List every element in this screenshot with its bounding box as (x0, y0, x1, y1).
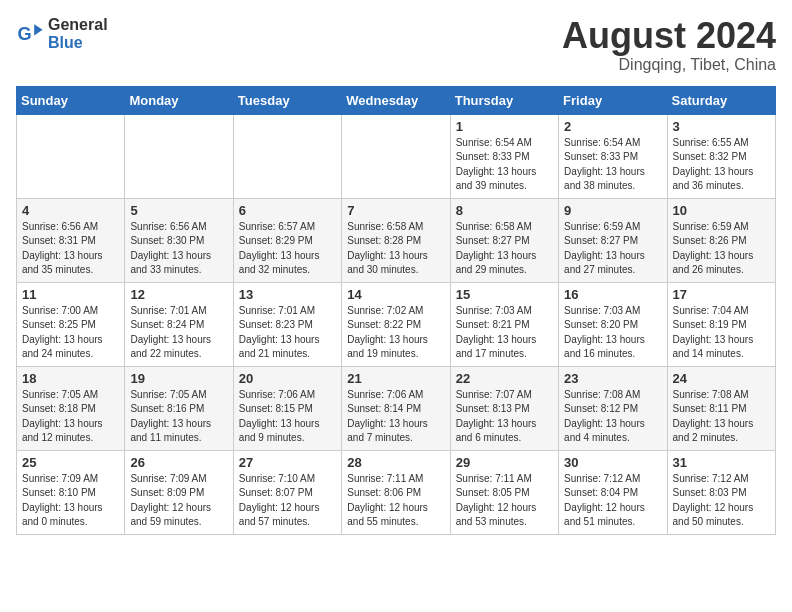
calendar-cell: 24Sunrise: 7:08 AM Sunset: 8:11 PM Dayli… (667, 366, 775, 450)
day-info: Sunrise: 7:06 AM Sunset: 8:15 PM Dayligh… (239, 388, 336, 446)
day-number: 3 (673, 119, 770, 134)
calendar-cell: 27Sunrise: 7:10 AM Sunset: 8:07 PM Dayli… (233, 450, 341, 534)
day-number: 15 (456, 287, 553, 302)
day-info: Sunrise: 7:05 AM Sunset: 8:18 PM Dayligh… (22, 388, 119, 446)
day-number: 18 (22, 371, 119, 386)
day-number: 10 (673, 203, 770, 218)
day-info: Sunrise: 6:56 AM Sunset: 8:31 PM Dayligh… (22, 220, 119, 278)
day-number: 7 (347, 203, 444, 218)
calendar-cell: 18Sunrise: 7:05 AM Sunset: 8:18 PM Dayli… (17, 366, 125, 450)
day-number: 25 (22, 455, 119, 470)
logo-icon: G (16, 20, 44, 48)
calendar-cell: 3Sunrise: 6:55 AM Sunset: 8:32 PM Daylig… (667, 114, 775, 198)
calendar-cell: 19Sunrise: 7:05 AM Sunset: 8:16 PM Dayli… (125, 366, 233, 450)
svg-marker-1 (34, 24, 42, 35)
header-wednesday: Wednesday (342, 86, 450, 114)
day-info: Sunrise: 7:02 AM Sunset: 8:22 PM Dayligh… (347, 304, 444, 362)
day-info: Sunrise: 7:10 AM Sunset: 8:07 PM Dayligh… (239, 472, 336, 530)
calendar-cell: 7Sunrise: 6:58 AM Sunset: 8:28 PM Daylig… (342, 198, 450, 282)
calendar-cell: 13Sunrise: 7:01 AM Sunset: 8:23 PM Dayli… (233, 282, 341, 366)
calendar-cell: 21Sunrise: 7:06 AM Sunset: 8:14 PM Dayli… (342, 366, 450, 450)
calendar-cell: 2Sunrise: 6:54 AM Sunset: 8:33 PM Daylig… (559, 114, 667, 198)
calendar-cell: 29Sunrise: 7:11 AM Sunset: 8:05 PM Dayli… (450, 450, 558, 534)
day-number: 27 (239, 455, 336, 470)
day-info: Sunrise: 6:59 AM Sunset: 8:26 PM Dayligh… (673, 220, 770, 278)
day-info: Sunrise: 7:01 AM Sunset: 8:24 PM Dayligh… (130, 304, 227, 362)
day-number: 19 (130, 371, 227, 386)
calendar-cell: 5Sunrise: 6:56 AM Sunset: 8:30 PM Daylig… (125, 198, 233, 282)
calendar-cell: 30Sunrise: 7:12 AM Sunset: 8:04 PM Dayli… (559, 450, 667, 534)
day-number: 2 (564, 119, 661, 134)
calendar-cell: 20Sunrise: 7:06 AM Sunset: 8:15 PM Dayli… (233, 366, 341, 450)
location-subtitle: Dingqing, Tibet, China (562, 56, 776, 74)
calendar-cell: 10Sunrise: 6:59 AM Sunset: 8:26 PM Dayli… (667, 198, 775, 282)
header-friday: Friday (559, 86, 667, 114)
day-info: Sunrise: 7:05 AM Sunset: 8:16 PM Dayligh… (130, 388, 227, 446)
header-saturday: Saturday (667, 86, 775, 114)
calendar-cell: 6Sunrise: 6:57 AM Sunset: 8:29 PM Daylig… (233, 198, 341, 282)
calendar-cell: 25Sunrise: 7:09 AM Sunset: 8:10 PM Dayli… (17, 450, 125, 534)
day-number: 14 (347, 287, 444, 302)
calendar-week-row: 18Sunrise: 7:05 AM Sunset: 8:18 PM Dayli… (17, 366, 776, 450)
day-number: 6 (239, 203, 336, 218)
day-info: Sunrise: 7:09 AM Sunset: 8:09 PM Dayligh… (130, 472, 227, 530)
day-number: 29 (456, 455, 553, 470)
day-number: 17 (673, 287, 770, 302)
header-sunday: Sunday (17, 86, 125, 114)
day-info: Sunrise: 7:11 AM Sunset: 8:05 PM Dayligh… (456, 472, 553, 530)
day-number: 21 (347, 371, 444, 386)
calendar-cell: 15Sunrise: 7:03 AM Sunset: 8:21 PM Dayli… (450, 282, 558, 366)
logo: G General Blue (16, 16, 108, 51)
calendar-cell: 14Sunrise: 7:02 AM Sunset: 8:22 PM Dayli… (342, 282, 450, 366)
day-info: Sunrise: 7:04 AM Sunset: 8:19 PM Dayligh… (673, 304, 770, 362)
calendar-cell: 11Sunrise: 7:00 AM Sunset: 8:25 PM Dayli… (17, 282, 125, 366)
day-number: 1 (456, 119, 553, 134)
calendar-week-row: 1Sunrise: 6:54 AM Sunset: 8:33 PM Daylig… (17, 114, 776, 198)
header-thursday: Thursday (450, 86, 558, 114)
day-number: 20 (239, 371, 336, 386)
day-number: 11 (22, 287, 119, 302)
day-info: Sunrise: 7:08 AM Sunset: 8:11 PM Dayligh… (673, 388, 770, 446)
calendar-cell: 22Sunrise: 7:07 AM Sunset: 8:13 PM Dayli… (450, 366, 558, 450)
day-info: Sunrise: 7:12 AM Sunset: 8:04 PM Dayligh… (564, 472, 661, 530)
header-tuesday: Tuesday (233, 86, 341, 114)
day-info: Sunrise: 7:00 AM Sunset: 8:25 PM Dayligh… (22, 304, 119, 362)
calendar-cell: 17Sunrise: 7:04 AM Sunset: 8:19 PM Dayli… (667, 282, 775, 366)
day-info: Sunrise: 6:55 AM Sunset: 8:32 PM Dayligh… (673, 136, 770, 194)
calendar-cell: 23Sunrise: 7:08 AM Sunset: 8:12 PM Dayli… (559, 366, 667, 450)
calendar-cell: 12Sunrise: 7:01 AM Sunset: 8:24 PM Dayli… (125, 282, 233, 366)
day-info: Sunrise: 7:06 AM Sunset: 8:14 PM Dayligh… (347, 388, 444, 446)
day-number: 23 (564, 371, 661, 386)
calendar-cell: 9Sunrise: 6:59 AM Sunset: 8:27 PM Daylig… (559, 198, 667, 282)
calendar-cell: 26Sunrise: 7:09 AM Sunset: 8:09 PM Dayli… (125, 450, 233, 534)
calendar-cell: 1Sunrise: 6:54 AM Sunset: 8:33 PM Daylig… (450, 114, 558, 198)
day-info: Sunrise: 7:03 AM Sunset: 8:21 PM Dayligh… (456, 304, 553, 362)
day-number: 24 (673, 371, 770, 386)
day-info: Sunrise: 6:58 AM Sunset: 8:27 PM Dayligh… (456, 220, 553, 278)
title-block: August 2024 Dingqing, Tibet, China (562, 16, 776, 74)
day-info: Sunrise: 6:59 AM Sunset: 8:27 PM Dayligh… (564, 220, 661, 278)
day-number: 4 (22, 203, 119, 218)
day-info: Sunrise: 7:07 AM Sunset: 8:13 PM Dayligh… (456, 388, 553, 446)
day-info: Sunrise: 6:58 AM Sunset: 8:28 PM Dayligh… (347, 220, 444, 278)
day-number: 12 (130, 287, 227, 302)
day-info: Sunrise: 7:09 AM Sunset: 8:10 PM Dayligh… (22, 472, 119, 530)
day-info: Sunrise: 7:01 AM Sunset: 8:23 PM Dayligh… (239, 304, 336, 362)
day-number: 5 (130, 203, 227, 218)
day-info: Sunrise: 7:11 AM Sunset: 8:06 PM Dayligh… (347, 472, 444, 530)
calendar-cell (233, 114, 341, 198)
calendar-week-row: 11Sunrise: 7:00 AM Sunset: 8:25 PM Dayli… (17, 282, 776, 366)
calendar-cell (342, 114, 450, 198)
calendar-cell (125, 114, 233, 198)
day-number: 31 (673, 455, 770, 470)
calendar-cell: 4Sunrise: 6:56 AM Sunset: 8:31 PM Daylig… (17, 198, 125, 282)
day-info: Sunrise: 7:12 AM Sunset: 8:03 PM Dayligh… (673, 472, 770, 530)
calendar-cell: 16Sunrise: 7:03 AM Sunset: 8:20 PM Dayli… (559, 282, 667, 366)
day-info: Sunrise: 7:08 AM Sunset: 8:12 PM Dayligh… (564, 388, 661, 446)
logo-blue-text: Blue (48, 34, 108, 52)
day-number: 26 (130, 455, 227, 470)
day-info: Sunrise: 6:54 AM Sunset: 8:33 PM Dayligh… (456, 136, 553, 194)
day-number: 9 (564, 203, 661, 218)
calendar-week-row: 4Sunrise: 6:56 AM Sunset: 8:31 PM Daylig… (17, 198, 776, 282)
day-number: 13 (239, 287, 336, 302)
